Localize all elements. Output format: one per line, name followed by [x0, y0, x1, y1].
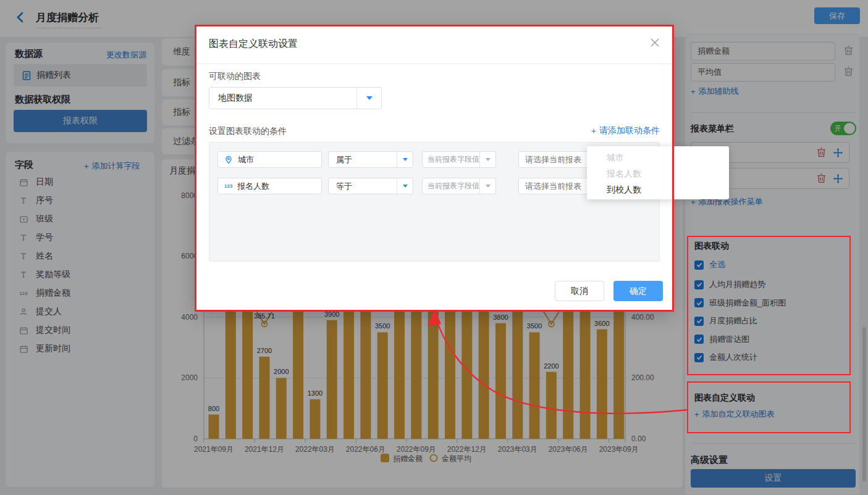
linkable-chart-select[interactable]: 地图数据 [209, 87, 382, 109]
modal-header-divider [196, 64, 672, 64]
dropdown-option-报名人数: 报名人数 [587, 165, 729, 181]
dropdown-option-到校人数[interactable]: 到校人数 [587, 181, 729, 198]
cancel-button[interactable]: 取消 [555, 281, 604, 301]
location-icon [224, 156, 233, 164]
condition-valuetype-select[interactable]: 当前报表字段值 [422, 178, 496, 194]
condition-operator-select[interactable]: 属于 [328, 151, 413, 168]
condition-field-select[interactable]: 123报名人数 [217, 178, 322, 194]
condition-operator-select[interactable]: 等于 [328, 178, 413, 194]
chevron-down-icon [486, 185, 491, 188]
condition-valuetype-select[interactable]: 当前报表字段值 [422, 151, 496, 168]
condition-field-value: 城市 [238, 154, 254, 165]
valuetype-value: 当前报表字段值 [423, 154, 479, 165]
plus-icon: + [591, 126, 596, 136]
add-condition-link[interactable]: + 请添加联动条件 [591, 125, 660, 136]
confirm-button[interactable]: 确定 [613, 281, 663, 301]
operator-value: 等于 [329, 181, 397, 192]
linkable-chart-label: 可联动的图表 [209, 71, 261, 82]
caret-box [397, 178, 413, 194]
chevron-down-icon [486, 158, 491, 161]
dropdown-option-城市: 城市 [587, 149, 729, 165]
modal-title: 图表自定义联动设置 [209, 38, 298, 51]
caret-box [356, 88, 381, 109]
select-value: 地图数据 [209, 93, 356, 104]
chevron-down-icon [403, 185, 408, 188]
condition-field-select[interactable]: 城市 [217, 151, 322, 168]
valuetype-value: 当前报表字段值 [423, 181, 479, 191]
caret-box [479, 152, 495, 167]
condition-field-value: 报名人数 [237, 181, 269, 192]
field-dropdown: 城市报名人数到校人数 [587, 146, 729, 199]
caret-box [397, 152, 413, 167]
operator-value: 属于 [329, 154, 397, 165]
caret-box [479, 178, 495, 194]
close-icon[interactable] [650, 38, 660, 48]
chevron-down-icon [366, 96, 373, 100]
conditions-title: 设置图表联动的条件 [209, 126, 287, 137]
number-icon: 123 [224, 183, 232, 189]
chevron-down-icon [403, 158, 408, 161]
